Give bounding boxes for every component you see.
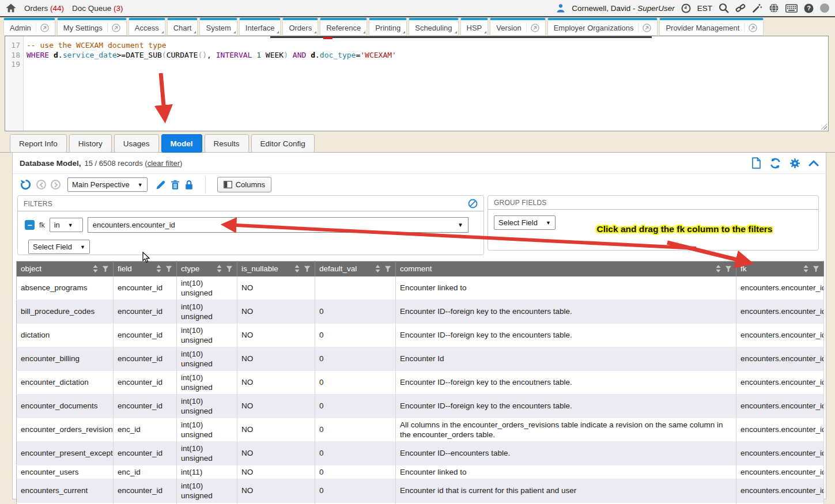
editor-code-area[interactable]: -- use the WCEXAM document typeWHERE d.s… <box>24 36 828 131</box>
filter-value-combobox[interactable]: encounters.encounter_id▼ <box>88 217 468 233</box>
tab-employer-organizations[interactable]: Employer Organizations <box>547 18 658 36</box>
tab-label: Admin <box>10 24 31 32</box>
subtab-history[interactable]: History <box>69 134 112 153</box>
history-forward-button[interactable] <box>51 180 61 190</box>
undo-icon[interactable] <box>20 179 32 191</box>
column-header-comment[interactable]: comment <box>396 262 736 276</box>
column-label: fk <box>740 264 803 273</box>
tab-system[interactable]: System <box>199 18 237 36</box>
tab-admin[interactable]: Admin <box>3 18 55 36</box>
sort-icon[interactable] <box>156 265 161 272</box>
column-header-object[interactable]: object <box>17 262 114 276</box>
tab-printing[interactable]: Printing <box>369 18 407 36</box>
sort-icon[interactable] <box>294 265 300 272</box>
wand-icon[interactable] <box>752 3 762 13</box>
table-cell: NO <box>237 370 315 394</box>
filter-operator-select[interactable]: in▼ <box>50 218 83 232</box>
new-document-icon[interactable] <box>751 157 761 169</box>
menu-indicator-icon <box>233 31 236 33</box>
lock-icon[interactable] <box>184 180 194 190</box>
timezone-label: EST <box>697 4 712 13</box>
tab-provider-management[interactable]: Provider Management <box>659 18 764 36</box>
column-header-field[interactable]: field <box>114 262 177 276</box>
tab-version[interactable]: Version <box>490 18 545 36</box>
main-tab-bar: AdminMy SettingsAccessChartSystemInterfa… <box>3 18 764 36</box>
nav-orders[interactable]: Orders (44) <box>24 4 64 13</box>
chevron-down-icon: ▼ <box>68 222 73 228</box>
column-header-default-val[interactable]: default_val <box>315 262 396 276</box>
editor-resize-handle[interactable] <box>819 122 827 130</box>
tab-access[interactable]: Access <box>129 18 165 36</box>
tutorial-annotation: Click and drag the fk column to the filt… <box>583 224 786 234</box>
sort-icon[interactable] <box>803 265 808 272</box>
edit-pencil-icon[interactable] <box>156 180 166 190</box>
refresh-icon[interactable] <box>769 158 781 169</box>
table-cell: encounter_billing <box>17 347 114 370</box>
table-cell: Encounter ID--encounters table. <box>396 441 736 465</box>
clear-filter-link[interactable]: clear filter <box>148 159 180 168</box>
open-in-new-icon[interactable] <box>526 24 539 32</box>
sort-icon[interactable] <box>375 265 380 272</box>
table-cell: int(10) unsigned <box>177 276 237 300</box>
nav-doc-queue[interactable]: Doc Queue (3) <box>72 4 123 13</box>
table-cell: int(10) unsigned <box>177 479 237 502</box>
open-in-new-icon[interactable] <box>36 24 49 32</box>
column-header-ctype[interactable]: ctype <box>177 262 237 276</box>
filter-funnel-icon[interactable] <box>226 266 233 272</box>
remove-filter-button[interactable]: − <box>25 220 35 230</box>
table-cell: Encounter linked to <box>396 465 736 479</box>
tab-reference[interactable]: Reference <box>320 18 367 36</box>
tab-orders[interactable]: Orders <box>282 18 318 36</box>
table-cell: encounter_id <box>114 323 177 347</box>
table-cell: 0 <box>315 323 396 347</box>
tab-chart[interactable]: Chart <box>167 18 198 36</box>
home-icon[interactable] <box>6 3 16 13</box>
perspective-select[interactable]: Main Perspective▼ <box>67 177 148 192</box>
subtab-results[interactable]: Results <box>205 134 249 153</box>
help-icon[interactable]: ? <box>804 3 814 13</box>
keyboard-icon[interactable] <box>785 4 798 13</box>
filter-funnel-icon[interactable] <box>813 266 819 272</box>
filter-funnel-icon[interactable] <box>725 266 732 272</box>
collapse-panel-icon[interactable] <box>808 160 819 166</box>
columns-button[interactable]: Columns <box>217 177 271 192</box>
clear-filters-icon[interactable] <box>468 199 478 209</box>
table-cell: encounters.encounter_id <box>736 479 824 502</box>
filter-funnel-icon[interactable] <box>165 266 172 272</box>
subtab-report-info[interactable]: Report Info <box>10 134 67 153</box>
add-filter-field-select[interactable]: Select Field▼ <box>28 240 90 254</box>
globe-icon[interactable] <box>769 3 779 13</box>
table-cell: encounter_id <box>114 276 177 300</box>
filter-funnel-icon[interactable] <box>304 266 311 272</box>
subtab-model[interactable]: Model <box>161 134 202 153</box>
user-menu[interactable]: Cornewell, David - SuperUser <box>572 4 675 13</box>
menu-indicator-icon <box>403 31 405 33</box>
combobox-dropdown-icon[interactable]: ▼ <box>458 222 463 228</box>
delete-trash-icon[interactable] <box>171 180 180 190</box>
tab-hsp[interactable]: HSP <box>460 18 489 36</box>
user-icon <box>556 3 565 13</box>
open-in-new-icon[interactable] <box>107 24 120 32</box>
history-back-button[interactable] <box>36 180 46 190</box>
open-in-new-icon[interactable] <box>638 24 651 32</box>
link-icon[interactable] <box>735 3 746 13</box>
filter-funnel-icon[interactable] <box>384 266 391 272</box>
open-in-new-icon[interactable] <box>744 24 757 32</box>
table-cell: int(10) unsigned <box>177 394 237 418</box>
column-header-fk[interactable]: fk <box>736 262 824 276</box>
tab-scheduling[interactable]: Scheduling <box>409 18 458 36</box>
code-line: -- use the WCEXAM document type <box>27 41 828 51</box>
tab-my-settings[interactable]: My Settings <box>57 18 127 36</box>
gear-icon[interactable] <box>789 158 800 169</box>
subtab-usages[interactable]: Usages <box>114 134 159 153</box>
sort-icon[interactable] <box>93 265 98 272</box>
tab-interface[interactable]: Interface <box>239 18 281 36</box>
group-field-select[interactable]: Select Field▼ <box>494 215 556 230</box>
sort-icon[interactable] <box>716 265 721 272</box>
sort-icon[interactable] <box>217 265 222 272</box>
subtab-editor-config[interactable]: Editor Config <box>251 134 315 153</box>
filter-funnel-icon[interactable] <box>102 266 109 272</box>
group-fields-panel: GROUP FIELDS Select Field▼ <box>488 195 819 251</box>
search-icon[interactable] <box>719 3 729 13</box>
column-header-is-nullable[interactable]: is_nullable <box>237 262 315 276</box>
